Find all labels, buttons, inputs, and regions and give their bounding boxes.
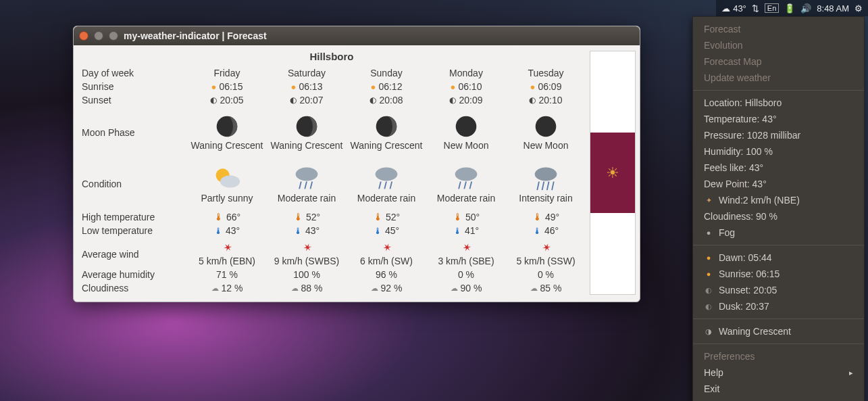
thermometer-low-icon: 🌡 bbox=[533, 226, 542, 236]
moon-icon: ◐ bbox=[704, 286, 713, 295]
sunrise-icon: ● bbox=[530, 82, 536, 92]
battery-icon[interactable]: 🔋 bbox=[784, 3, 795, 14]
svg-line-20 bbox=[537, 181, 539, 190]
rain-icon bbox=[451, 164, 482, 191]
panel-temp: 43° bbox=[733, 3, 746, 14]
svg-point-7 bbox=[296, 168, 318, 181]
panel-clock[interactable]: 8:48 AM bbox=[817, 3, 849, 14]
weather-indicator-menu: Forecast Evolution Forecast Map Update w… bbox=[692, 16, 865, 401]
sun-icon: ● bbox=[704, 254, 713, 262]
moon-phase-icon bbox=[215, 114, 239, 139]
location-strip: ☀ bbox=[590, 51, 636, 295]
menu-exit[interactable]: Exit bbox=[693, 381, 864, 397]
menu-moon-phase: ◑Waning Crescent bbox=[693, 323, 864, 339]
menu-pressure: Pressure: 1028 millibar bbox=[693, 127, 864, 143]
forecast-window: my-weather-indicator | Forecast Hillsbor… bbox=[73, 26, 640, 302]
svg-line-8 bbox=[299, 181, 301, 189]
row-sunset: Sunset ◐20:05 ◐20:07 ◐20:08 ◐20:09 ◐20:1… bbox=[78, 93, 586, 107]
menu-separator bbox=[693, 319, 864, 319]
sunset-icon: ◐ bbox=[529, 95, 536, 105]
row-high-temp: High temperature 🌡66° 🌡52° 🌡52° 🌡50° 🌡49… bbox=[78, 210, 586, 224]
panel-weather-indicator[interactable]: ☁ 43° bbox=[721, 3, 746, 14]
menu-evolution[interactable]: Evolution bbox=[693, 37, 864, 53]
moon-phase-icon bbox=[534, 114, 558, 139]
moon-phase-icon bbox=[454, 114, 478, 139]
sunrise-icon: ● bbox=[211, 82, 217, 92]
menu-separator bbox=[693, 245, 864, 245]
window-maximize-button[interactable] bbox=[109, 31, 118, 41]
row-cloudiness: Cloudiness ☁12 % ☁88 % ☁92 % ☁90 % ☁85 % bbox=[78, 281, 586, 295]
menu-separator bbox=[693, 90, 864, 91]
sunset-icon: ◐ bbox=[210, 95, 217, 105]
window-minimize-button[interactable] bbox=[94, 31, 103, 41]
city-title: Hillsboro bbox=[78, 51, 586, 62]
svg-line-14 bbox=[390, 181, 392, 189]
thermometer-high-icon: 🌡 bbox=[532, 211, 542, 222]
svg-point-4 bbox=[536, 116, 557, 137]
menu-sunset: ◐Sunset: 20:05 bbox=[693, 282, 864, 298]
gear-icon[interactable]: ⚙ bbox=[854, 3, 863, 14]
menu-dawn: ●Dawn: 05:44 bbox=[693, 250, 864, 266]
svg-point-11 bbox=[376, 168, 398, 181]
menu-help[interactable]: Help▸ bbox=[693, 364, 864, 381]
menu-location: Location: Hillsboro bbox=[693, 95, 864, 111]
moon-phase-icon bbox=[295, 114, 319, 139]
cloud-icon: ☁ bbox=[451, 284, 458, 293]
strip-cell-empty[interactable] bbox=[590, 213, 635, 294]
svg-line-16 bbox=[459, 181, 461, 189]
fog-icon: ● bbox=[704, 229, 713, 237]
sunrise-icon: ● bbox=[371, 82, 376, 92]
partly-sunny-icon bbox=[211, 164, 242, 191]
window-titlebar[interactable]: my-weather-indicator | Forecast bbox=[74, 26, 640, 45]
wind-direction-icon: ✶ bbox=[460, 240, 473, 255]
input-method-indicator[interactable]: En bbox=[765, 3, 779, 13]
menu-sunrise: ●Sunrise: 06:15 bbox=[693, 266, 864, 282]
svg-line-13 bbox=[384, 181, 386, 189]
svg-line-12 bbox=[379, 181, 381, 189]
moon-phase-icon bbox=[374, 114, 399, 139]
svg-line-18 bbox=[469, 181, 471, 189]
wind-direction-icon: ✶ bbox=[221, 240, 234, 255]
day-header: Saturday bbox=[267, 68, 347, 78]
svg-line-23 bbox=[552, 181, 554, 190]
row-condition: Condition Partly sunny Moderate rain Mod… bbox=[78, 158, 586, 210]
svg-point-6 bbox=[220, 175, 240, 187]
rain-icon bbox=[291, 164, 322, 191]
top-panel: ☁ 43° ⇅ En 🔋 🔊 8:48 AM ⚙ bbox=[716, 0, 868, 16]
forecast-table: Hillsboro Day of week Friday Saturday Su… bbox=[78, 51, 586, 295]
menu-preferences[interactable]: Preferences bbox=[693, 348, 864, 364]
svg-line-10 bbox=[310, 181, 312, 189]
cloud-icon: ☁ bbox=[721, 3, 730, 14]
svg-point-15 bbox=[455, 168, 478, 181]
menu-forecast[interactable]: Forecast bbox=[693, 21, 864, 37]
sun-icon: ● bbox=[704, 270, 713, 278]
wind-direction-icon: ✶ bbox=[301, 240, 313, 255]
menu-update-weather[interactable]: Update weather bbox=[693, 70, 864, 86]
moon-phase-icon: ◑ bbox=[704, 327, 713, 336]
menu-cloudiness: Cloudiness: 90 % bbox=[693, 208, 864, 225]
day-header: Sunday bbox=[347, 68, 426, 78]
thermometer-high-icon: 🌡 bbox=[213, 211, 224, 222]
menu-feels-like: Feels like: 43° bbox=[693, 160, 864, 176]
row-low-temp: Low temperature 🌡43° 🌡43° 🌡45° 🌡41° 🌡46° bbox=[78, 224, 586, 237]
wind-direction-icon: ✶ bbox=[540, 240, 553, 255]
sun-icon: ☀ bbox=[606, 164, 619, 182]
row-sunrise: Sunrise ●06:15 ●06:13 ●06:12 ●06:10 ●06:… bbox=[78, 80, 586, 93]
moon-icon: ◐ bbox=[704, 302, 713, 311]
sunset-icon: ◐ bbox=[369, 95, 376, 105]
menu-dusk: ◐Dusk: 20:37 bbox=[693, 298, 864, 314]
volume-icon[interactable]: 🔊 bbox=[800, 3, 811, 14]
cloud-icon: ☁ bbox=[291, 284, 299, 293]
strip-cell-empty[interactable] bbox=[590, 51, 635, 133]
thermometer-high-icon: 🌡 bbox=[293, 211, 303, 222]
strip-cell-active[interactable]: ☀ bbox=[590, 133, 635, 214]
thermometer-high-icon: 🌡 bbox=[453, 211, 463, 222]
menu-dew-point: Dew Point: 43° bbox=[693, 176, 864, 192]
menu-condition: ●Fog bbox=[693, 225, 864, 241]
svg-line-21 bbox=[542, 181, 544, 190]
window-close-button[interactable] bbox=[79, 31, 88, 41]
network-icon[interactable]: ⇅ bbox=[752, 3, 759, 14]
menu-forecast-map[interactable]: Forecast Map bbox=[693, 53, 864, 70]
sunset-icon: ◐ bbox=[290, 95, 297, 105]
window-title: my-weather-indicator | Forecast bbox=[124, 30, 267, 41]
